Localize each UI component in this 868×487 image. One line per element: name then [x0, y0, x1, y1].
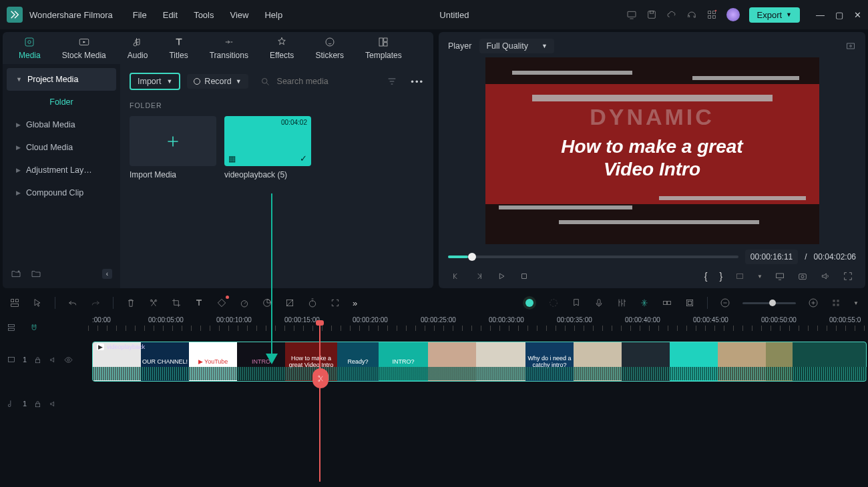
delete-icon[interactable]: [126, 298, 136, 308]
folder-icon[interactable]: [31, 268, 41, 279]
tab-effects[interactable]: Effects: [270, 36, 294, 60]
zoom-slider[interactable]: [742, 302, 796, 304]
playhead[interactable]: [319, 322, 320, 482]
mark-out-icon[interactable]: }: [719, 271, 722, 282]
more-tools-icon[interactable]: »: [353, 298, 357, 308]
split-icon[interactable]: [148, 298, 159, 308]
group-icon[interactable]: [684, 298, 695, 308]
scrubber[interactable]: [448, 256, 738, 258]
render-icon[interactable]: [548, 298, 559, 308]
collapse-sidebar-icon[interactable]: ‹: [102, 269, 112, 279]
keyframe-icon[interactable]: [216, 298, 227, 308]
chevron-down-icon[interactable]: ▼: [757, 274, 763, 280]
visibility-icon[interactable]: [64, 356, 73, 364]
snapshot-settings-icon[interactable]: [845, 41, 856, 51]
timer-icon[interactable]: [307, 298, 318, 308]
apps-icon[interactable]: [706, 9, 717, 20]
menu-file[interactable]: File: [133, 10, 147, 20]
menu-view[interactable]: View: [230, 10, 248, 20]
film-icon: ▦: [228, 154, 236, 163]
more-icon[interactable]: •••: [411, 77, 424, 87]
tab-templates[interactable]: Templates: [365, 36, 402, 60]
tab-stock-media[interactable]: Stock Media: [62, 36, 106, 60]
record-button[interactable]: Record ▼: [187, 74, 248, 89]
layout-icon[interactable]: [9, 298, 20, 308]
mark-in-icon[interactable]: {: [704, 271, 708, 282]
speed-icon[interactable]: [239, 298, 250, 308]
video-track-icon: [7, 355, 16, 364]
zoom-out-icon[interactable]: [720, 298, 730, 308]
auto-ripple-icon[interactable]: [639, 298, 650, 308]
tab-stickers[interactable]: Stickers: [315, 36, 344, 60]
lock-icon[interactable]: [33, 356, 42, 364]
next-frame-icon[interactable]: [473, 271, 484, 282]
link-icon[interactable]: [662, 298, 672, 308]
tab-audio[interactable]: Audio: [128, 36, 148, 60]
save-icon[interactable]: [646, 9, 657, 20]
tab-transitions[interactable]: Transitions: [210, 36, 248, 60]
filter-icon[interactable]: [387, 76, 397, 87]
menu-help[interactable]: Help: [264, 10, 282, 20]
cursor-icon[interactable]: [32, 298, 43, 308]
lock-icon[interactable]: [33, 400, 42, 408]
headphones-icon[interactable]: [686, 9, 697, 20]
mask-icon[interactable]: [284, 298, 295, 308]
preview-headline-1: How to make a great: [485, 136, 819, 157]
snapshot-icon[interactable]: [797, 271, 808, 282]
new-folder-icon[interactable]: [11, 268, 21, 279]
audio-waveform[interactable]: [92, 367, 867, 380]
mic-icon[interactable]: [594, 298, 604, 308]
chevron-right-icon: ▶: [16, 167, 21, 173]
text-icon[interactable]: [194, 298, 204, 308]
ai-icon[interactable]: [523, 296, 536, 310]
sidebar-project-media[interactable]: ▼ Project Media: [7, 68, 116, 91]
sidebar-folder-tab[interactable]: Folder: [7, 91, 116, 113]
expand-icon[interactable]: [330, 298, 341, 308]
sidebar-adjustment-layer[interactable]: ▶Adjustment Lay…: [7, 159, 116, 181]
avatar[interactable]: [726, 8, 740, 21]
minimize-icon[interactable]: ―: [816, 10, 825, 20]
mute-icon[interactable]: [49, 400, 57, 408]
menu-tools[interactable]: Tools: [194, 10, 214, 20]
audio-mix-icon[interactable]: [616, 298, 627, 308]
sidebar-cloud-media[interactable]: ▶Cloud Media: [7, 136, 116, 159]
close-icon[interactable]: ✕: [854, 10, 861, 20]
svg-rect-2: [650, 11, 653, 13]
display-icon[interactable]: [775, 271, 785, 282]
menu-edit[interactable]: Edit: [163, 10, 178, 20]
media-clip-card[interactable]: 00:04:02 ▦ ✓ videoplayback (5): [224, 116, 311, 179]
tab-titles[interactable]: Titles: [169, 36, 188, 60]
monitor-icon[interactable]: [626, 9, 637, 20]
preview-viewport[interactable]: DYNAMIC How to make a great Video Intro: [485, 57, 819, 244]
crop-icon[interactable]: [171, 298, 182, 308]
export-button[interactable]: Export ▼: [749, 7, 801, 23]
view-grid-icon[interactable]: [831, 298, 841, 308]
zoom-in-icon[interactable]: [808, 298, 819, 308]
timeline-ruler[interactable]: :00:00 00:00:05:00 00:00:10:00 00:00:15:…: [28, 315, 868, 335]
maximize-icon[interactable]: ▢: [835, 10, 843, 20]
quality-select[interactable]: Full Quality ▼: [479, 39, 554, 53]
volume-icon[interactable]: [820, 271, 831, 282]
magnet-icon[interactable]: [29, 323, 39, 332]
tab-media[interactable]: Media: [19, 36, 41, 60]
import-button[interactable]: Import ▼: [130, 73, 180, 90]
track-manage-icon[interactable]: [7, 323, 16, 332]
fullscreen-icon[interactable]: [843, 271, 853, 282]
cut-marker[interactable]: [312, 368, 329, 388]
import-media-card[interactable]: Import Media: [130, 116, 216, 179]
sidebar-compound-clip[interactable]: ▶Compound Clip: [7, 181, 116, 204]
stop-icon[interactable]: [519, 271, 529, 282]
marker-icon[interactable]: [571, 298, 582, 308]
chevron-down-icon[interactable]: ▼: [853, 300, 859, 306]
search-input[interactable]: [277, 77, 357, 86]
cloud-icon[interactable]: [666, 9, 677, 20]
search-icon[interactable]: [260, 77, 270, 87]
svg-rect-44: [8, 328, 14, 331]
undo-icon[interactable]: [67, 298, 78, 308]
prev-frame-icon[interactable]: [451, 271, 461, 282]
mute-icon[interactable]: [49, 356, 57, 364]
redo-icon[interactable]: [90, 298, 101, 308]
aspect-icon[interactable]: [734, 271, 745, 282]
play-icon[interactable]: [496, 271, 507, 282]
sidebar-global-media[interactable]: ▶Global Media: [7, 113, 116, 136]
